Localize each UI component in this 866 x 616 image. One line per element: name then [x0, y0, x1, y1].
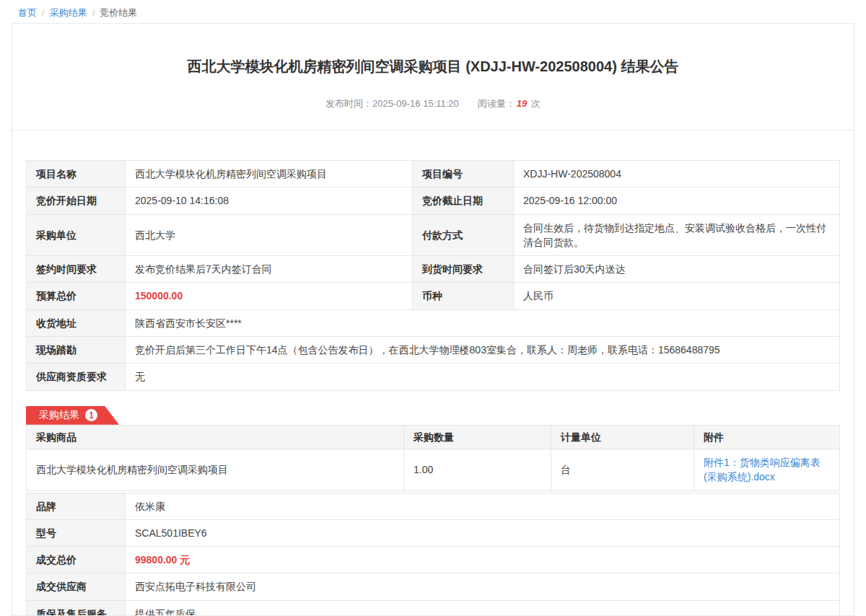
project-code-value: XDJJ-HW-202508004: [514, 161, 840, 188]
table-row: 签约时间要求 发布竞价结果后7天内签订合同 到货时间要求 合同签订后30天内送达: [27, 256, 840, 283]
table-row: 项目名称 西北大学模块化机房精密列间空调采购项目 项目编号 XDJJ-HW-20…: [27, 161, 840, 188]
buyer-value: 西北大学: [126, 214, 413, 256]
address-value: 陕西省西安市长安区****: [126, 309, 840, 336]
table-row: 竞价开始日期 2025-09-10 14:16:08 竞价截止日期 2025-0…: [27, 188, 840, 214]
dashed-divider: [12, 130, 854, 131]
table-row: 现场踏勘 竞价开启后第三个工作日下午14点（包含公告发布日），在西北大学物理楼8…: [27, 337, 840, 364]
table-row: 成交总价 99800.00 元: [27, 547, 840, 573]
table-row: 型号 SCAL501IBEY6: [27, 519, 840, 546]
result-header-unit: 计量单位: [551, 425, 694, 449]
payment-value: 合同生效后，待货物到达指定地点、安装调试验收合格后，一次性付清合同货款。: [514, 214, 840, 256]
project-name-value: 西北大学模块化机房精密列间空调采购项目: [126, 161, 413, 188]
site-visit-value: 竞价开启后第三个工作日下午14点（包含公告发布日），在西北大学物理楼803室集合…: [126, 337, 840, 364]
result-product-value: 西北大学模块化机房精密列间空调采购项目: [27, 449, 404, 490]
sign-time-value: 发布竞价结果后7天内签订合同: [126, 256, 413, 283]
brand-value: 依米康: [126, 493, 840, 519]
sign-time-label: 签约时间要求: [27, 256, 126, 283]
result-attachment-cell: 附件1：货物类响应偏离表(采购系统).docx: [694, 449, 840, 490]
table-row: 采购单位 西北大学 付款方式 合同生效后，待货物到达指定地点、安装调试验收合格后…: [27, 214, 840, 256]
result-table: 采购商品 采购数量 计量单位 附件 西北大学模块化机房精密列间空调采购项目 1.…: [26, 425, 840, 491]
supplier-label: 成交供应商: [27, 573, 126, 600]
address-label: 收货地址: [27, 309, 126, 336]
publish-time-value: 2025-09-16 15:11:20: [372, 98, 459, 109]
publish-meta: 发布时间：2025-09-16 15:11:20阅读量：19 次: [12, 97, 854, 110]
result-badge-label: 采购结果: [39, 409, 79, 422]
table-row: 成交供应商 西安点拓电子科技有限公司: [27, 573, 840, 600]
table-row: 西北大学模块化机房精密列间空调采购项目 1.00 台 附件1：货物类响应偏离表(…: [27, 449, 840, 490]
bid-start-value: 2025-09-10 14:16:08: [126, 188, 413, 214]
warranty-value: 提供五年质保。: [126, 600, 840, 616]
model-label: 型号: [27, 519, 126, 546]
attachment-link[interactable]: 附件1：货物类响应偏离表(采购系统).docx: [704, 457, 821, 483]
budget-value: 150000.00: [126, 283, 413, 309]
result-header-attachment: 附件: [694, 425, 840, 449]
delivery-time-label: 到货时间要求: [413, 256, 514, 283]
qualification-label: 供应商资质要求: [27, 364, 126, 390]
announcement-card: 西北大学模块化机房精密列间空调采购项目 (XDJJ-HW-202508004) …: [12, 23, 854, 616]
budget-label: 预算总价: [27, 283, 126, 309]
result-quantity-value: 1.00: [404, 449, 551, 490]
breadcrumb-current: 竞价结果: [100, 7, 137, 18]
table-row: 预算总价 150000.00 币种 人民币: [27, 283, 840, 309]
views-count: 19: [517, 98, 527, 109]
table-row: 收货地址 陕西省西安市长安区****: [27, 309, 840, 336]
bid-start-label: 竞价开始日期: [27, 188, 126, 214]
currency-label: 币种: [413, 283, 514, 309]
result-header-quantity: 采购数量: [404, 425, 551, 449]
table-header-row: 采购商品 采购数量 计量单位 附件: [27, 425, 840, 449]
currency-value: 人民币: [514, 283, 840, 309]
table-row: 供应商资质要求 无: [27, 364, 840, 390]
project-info-table: 项目名称 西北大学模块化机房精密列间空调采购项目 项目编号 XDJJ-HW-20…: [26, 160, 840, 391]
page-title: 西北大学模块化机房精密列间空调采购项目 (XDJJ-HW-202508004) …: [12, 57, 854, 76]
breadcrumb-separator: /: [92, 7, 95, 18]
result-unit-value: 台: [551, 449, 694, 490]
breadcrumb: 首页/采购结果/竞价结果: [0, 0, 866, 19]
table-row: 质保及售后服务 提供五年质保。: [27, 600, 840, 616]
brand-label: 品牌: [27, 493, 126, 519]
bid-end-value: 2025-09-16 12:00:00: [514, 188, 840, 214]
publish-time-label: 发布时间：: [325, 98, 372, 109]
views-label: 阅读量：: [478, 98, 515, 109]
deal-detail-table: 品牌 依米康 型号 SCAL501IBEY6 成交总价 99800.00 元 成…: [26, 493, 840, 616]
breadcrumb-home-link[interactable]: 首页: [18, 7, 37, 18]
project-code-label: 项目编号: [413, 161, 514, 188]
supplier-value: 西安点拓电子科技有限公司: [126, 573, 840, 600]
views-unit: 次: [531, 98, 541, 109]
deal-price-label: 成交总价: [27, 547, 126, 573]
result-count-badge: 1: [85, 409, 97, 421]
deal-price-value: 99800.00 元: [126, 547, 840, 573]
buyer-label: 采购单位: [27, 214, 126, 256]
site-visit-label: 现场踏勘: [27, 337, 126, 364]
qualification-value: 无: [126, 364, 840, 390]
result-section-badge: 采购结果 1: [26, 406, 119, 425]
project-name-label: 项目名称: [27, 161, 126, 188]
result-header-product: 采购商品: [27, 425, 404, 449]
table-row: 品牌 依米康: [27, 493, 840, 519]
breadcrumb-separator: /: [42, 7, 45, 18]
breadcrumb-procurement-results-link[interactable]: 采购结果: [50, 7, 87, 18]
warranty-label: 质保及售后服务: [27, 600, 126, 616]
bid-end-label: 竞价截止日期: [413, 188, 514, 214]
payment-label: 付款方式: [413, 214, 514, 256]
model-value: SCAL501IBEY6: [126, 519, 840, 546]
delivery-time-value: 合同签订后30天内送达: [514, 256, 840, 283]
